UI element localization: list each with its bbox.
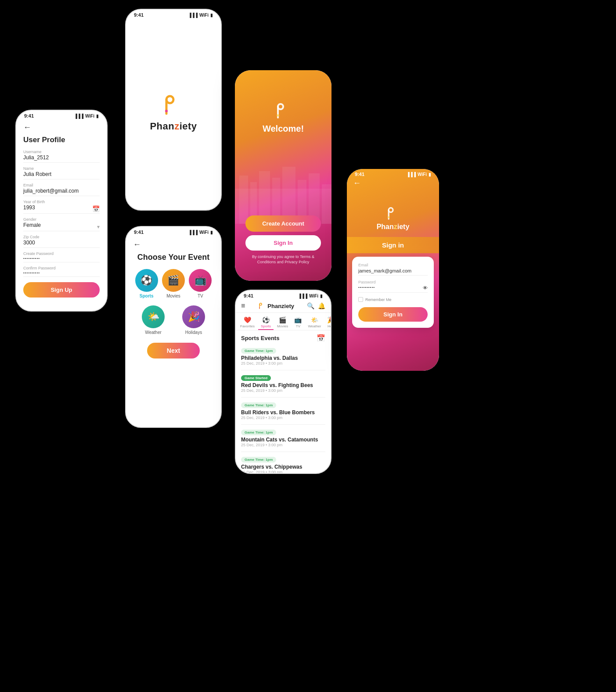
status-icons-event: ▐▐▐ WiFi ▮ bbox=[188, 230, 213, 235]
movies-nav-icon: 🎬 bbox=[279, 316, 286, 323]
dob-value[interactable]: 1993 bbox=[23, 204, 92, 212]
event-icon-sports[interactable]: ⚽ Sports bbox=[135, 269, 158, 298]
confirm-value[interactable]: •••••••••• bbox=[23, 271, 100, 277]
event-icons-row1: ⚽ Sports 🎬 Movies 📺 TV bbox=[133, 269, 214, 298]
event-date-2: 25 Dec, 2019 • 3:00 pm bbox=[241, 416, 325, 420]
email-label: Email bbox=[23, 183, 100, 187]
event-item-3[interactable]: Game Time: 1pm Mountain Cats vs. Catamou… bbox=[241, 427, 325, 447]
calendar-filter-icon[interactable]: 📅 bbox=[317, 334, 325, 342]
calendar-icon[interactable]: 📅 bbox=[92, 205, 100, 212]
name-value[interactable]: Julia Robert bbox=[23, 171, 100, 179]
section-header: Sports Events 📅 bbox=[241, 334, 325, 342]
back-arrow-event[interactable]: ← bbox=[133, 240, 214, 249]
signin-password-text: •••••••••• bbox=[358, 285, 375, 290]
event-item-1[interactable]: Game Started Red Devils vs. Fighting Bee… bbox=[241, 373, 325, 393]
confirm-label: Confirm Password bbox=[23, 266, 100, 270]
gender-label: Gender bbox=[23, 217, 100, 222]
event-icon-weather[interactable]: 🌤️ Weather bbox=[142, 305, 165, 335]
event-name-1: Red Devils vs. Fighting Bees bbox=[241, 382, 325, 388]
notification-icon[interactable]: 🔔 bbox=[318, 302, 325, 309]
event-badge-3: Game Time: 1pm bbox=[241, 430, 276, 435]
signin-logo-svg bbox=[385, 205, 401, 221]
chevron-down-icon[interactable]: ▾ bbox=[97, 224, 100, 230]
status-bar-profile: 9:41 ▐▐▐ WiFi ▮ bbox=[16, 111, 107, 119]
battery-profile: ▮ bbox=[96, 114, 99, 118]
signin-email-value[interactable]: james_mark@gmail.com bbox=[358, 268, 428, 276]
event-icon-movies[interactable]: 🎬 Movies bbox=[162, 269, 185, 298]
welcome-background: Welcome! Create Account Sign In By conti… bbox=[235, 70, 331, 281]
search-icon[interactable]: 🔍 bbox=[307, 302, 314, 309]
field-dob: Year of Birth 1993 📅 bbox=[23, 200, 100, 214]
sports-nav-icon: ⚽ bbox=[262, 316, 270, 323]
event-item-0[interactable]: Game Time: 1pm Philadelphia vs. Dallas 2… bbox=[241, 346, 325, 366]
password-visibility-icon[interactable]: 👁 bbox=[423, 285, 428, 290]
sports-icon: ⚽ bbox=[135, 269, 158, 292]
event-icon-holidays[interactable]: 🎉 Holidays bbox=[182, 305, 205, 335]
signal-icon: ▐▐▐ bbox=[188, 13, 198, 18]
tv-label: TV bbox=[198, 294, 203, 298]
gender-row: Female ▾ bbox=[23, 222, 100, 230]
header-logo: Phanziety bbox=[258, 302, 294, 310]
phone-sports: 9:41 ▐▐▐ WiFi ▮ ≡ Phanziety 🔍 🔔 ❤️ Favor… bbox=[235, 290, 331, 474]
username-value[interactable]: Julia_2512 bbox=[23, 154, 100, 163]
remember-row: Remember Me bbox=[358, 297, 428, 302]
nav-weather[interactable]: 🌤️ Weather bbox=[305, 316, 324, 330]
field-email: Email julia_robert@gmail.com bbox=[23, 183, 100, 196]
zip-value[interactable]: 3000 bbox=[23, 240, 100, 248]
create-account-button[interactable]: Create Account bbox=[245, 215, 321, 232]
signin-logo-z: z bbox=[394, 223, 397, 230]
phone-signin: 9:41 ▐▐▐ WiFi ▮ ← Phanziety Sign in Ema bbox=[347, 169, 439, 371]
holidays-icon: 🎉 bbox=[182, 305, 205, 328]
password-value[interactable]: •••••••••• bbox=[23, 256, 100, 262]
nav-holidays[interactable]: 🎉 Holi. bbox=[324, 316, 331, 330]
field-zip: Zip Code 3000 bbox=[23, 235, 100, 248]
holidays-nav-icon: 🎉 bbox=[327, 316, 331, 323]
svg-point-20 bbox=[388, 216, 389, 218]
event-item-4[interactable]: Game Time: 1pm Chargers vs. Chippewas 25… bbox=[241, 455, 325, 473]
weather-nav-icon: 🌤️ bbox=[311, 316, 318, 323]
dob-label: Year of Birth bbox=[23, 200, 100, 204]
sign-in-button[interactable]: Sign In bbox=[245, 235, 321, 251]
time-profile: 9:41 bbox=[24, 113, 34, 118]
signup-button[interactable]: Sign Up bbox=[23, 282, 100, 298]
battery-event: ▮ bbox=[210, 230, 213, 235]
event-item-2[interactable]: Game Time: 1pm Bull Riders vs. Blue Bomb… bbox=[241, 400, 325, 420]
sports-content: Sports Events 📅 Game Time: 1pm Philadelp… bbox=[236, 330, 331, 473]
wifi-profile: WiFi bbox=[85, 114, 94, 118]
menu-icon[interactable]: ≡ bbox=[241, 302, 245, 310]
nav-sports[interactable]: ⚽ Sports bbox=[258, 316, 274, 330]
next-button[interactable]: Next bbox=[147, 343, 200, 359]
signin-submit-button[interactable]: Sign In bbox=[358, 307, 428, 322]
sports-label: Sports bbox=[140, 294, 154, 298]
remember-checkbox[interactable] bbox=[358, 297, 363, 302]
event-name-3: Mountain Cats vs. Catamounts bbox=[241, 437, 325, 443]
back-arrow-signin[interactable]: ← bbox=[347, 178, 439, 189]
phone-welcome: Welcome! Create Account Sign In By conti… bbox=[235, 70, 331, 281]
splash-logo-z: z bbox=[174, 121, 180, 132]
time-sports: 9:41 bbox=[244, 293, 253, 298]
divider-3 bbox=[241, 452, 325, 452]
gender-value[interactable]: Female bbox=[23, 222, 97, 230]
terms-text: By continuing you agree to Terms & Condi… bbox=[245, 254, 321, 265]
event-icon-tv[interactable]: 📺 TV bbox=[189, 269, 212, 298]
divider-2 bbox=[241, 424, 325, 425]
nav-favorites[interactable]: ❤️ Favorites bbox=[238, 316, 257, 330]
nav-tv[interactable]: 📺 TV bbox=[292, 316, 304, 330]
wifi-signin: WiFi bbox=[418, 172, 427, 177]
status-icons-profile: ▐▐▐ WiFi ▮ bbox=[74, 114, 99, 118]
dob-row: 1993 📅 bbox=[23, 204, 100, 212]
event-badge-1: Game Started bbox=[241, 375, 271, 381]
splash-logo-text: Phanziety bbox=[150, 121, 197, 132]
back-arrow-profile[interactable]: ← bbox=[23, 123, 100, 132]
signin-password-value[interactable]: •••••••••• 👁 bbox=[358, 285, 428, 293]
nav-movies[interactable]: 🎬 Movies bbox=[274, 316, 291, 330]
phone-event: 9:41 ▐▐▐ WiFi ▮ ← Choose Your Event ⚽ Sp… bbox=[125, 226, 222, 428]
remember-label: Remember Me bbox=[365, 298, 392, 302]
event-date-3: 25 Dec, 2019 • 3:00 pm bbox=[241, 443, 325, 447]
email-value[interactable]: julia_robert@gmail.com bbox=[23, 188, 100, 196]
signin-top: Phanziety bbox=[347, 189, 439, 237]
signin-password-field: Password •••••••••• 👁 bbox=[358, 280, 428, 293]
event-body: ← Choose Your Event ⚽ Sports 🎬 Movies 📺 … bbox=[126, 236, 221, 363]
sports-nav: ❤️ Favorites ⚽ Sports 🎬 Movies 📺 TV 🌤️ W… bbox=[236, 313, 331, 330]
favorites-nav-label: Favorites bbox=[240, 324, 255, 328]
